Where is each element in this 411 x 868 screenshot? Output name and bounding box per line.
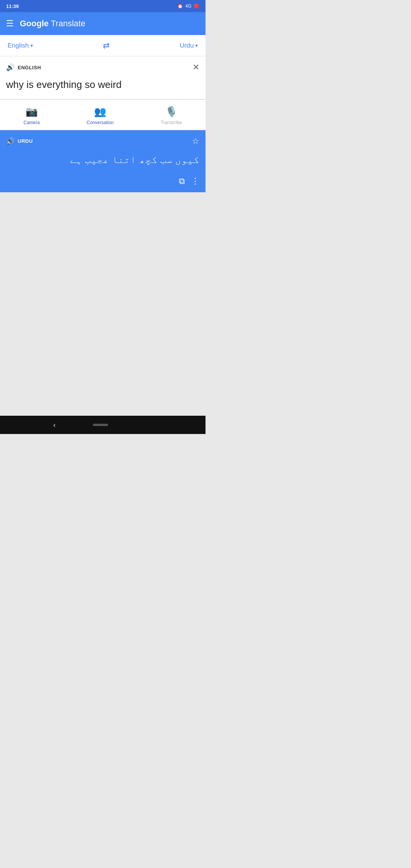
favorite-icon[interactable]: ☆	[192, 136, 199, 146]
translation-lang-row: 🔊 URDU ☆	[6, 136, 199, 146]
input-lang-label: 🔊 ENGLISH	[6, 63, 41, 72]
status-icons: ⏰ 4G 🔴	[177, 3, 199, 9]
action-row: 📷 Camera 👥 Conversation 🎙️ Transcribe	[0, 100, 206, 130]
copy-translation-icon[interactable]: ⧉	[179, 176, 185, 186]
alarm-icon: ⏰	[177, 3, 183, 9]
status-time: 11:39	[6, 3, 19, 9]
hamburger-icon[interactable]: ☰	[6, 19, 14, 29]
camera-label: Camera	[24, 120, 40, 125]
transcribe-icon: 🎙️	[165, 106, 177, 118]
input-lang-row: 🔊 ENGLISH ✕	[6, 62, 199, 72]
translation-language-name: URDU	[18, 138, 33, 144]
input-text[interactable]: why is everything so weird	[6, 77, 199, 96]
nav-bar: ‹	[0, 416, 206, 434]
source-language-select[interactable]: English ▾	[3, 39, 38, 53]
translated-text: کیوں سب کچھ اتنا عجیب ہے	[6, 151, 199, 176]
translation-actions: ⧉ ⋮	[6, 176, 199, 186]
camera-action[interactable]: 📷 Camera	[16, 104, 48, 128]
transcribe-label: Transcribe	[161, 120, 182, 125]
nav-home-pill[interactable]	[93, 424, 108, 426]
clear-input-icon[interactable]: ✕	[193, 62, 199, 72]
swap-languages-icon[interactable]: ⇄	[100, 38, 113, 54]
camera-icon: 📷	[25, 106, 38, 118]
conversation-action[interactable]: 👥 Conversation	[79, 104, 121, 128]
translation-lang-label: 🔊 URDU	[6, 137, 33, 145]
source-language-chevron-icon: ▾	[30, 43, 33, 48]
app-bar: ☰ Google Translate	[0, 12, 206, 35]
target-language-chevron-icon: ▾	[195, 43, 198, 48]
transcribe-action[interactable]: 🎙️ Transcribe	[153, 104, 190, 128]
source-language-label: English	[8, 42, 29, 49]
more-options-icon[interactable]: ⋮	[191, 176, 199, 186]
network-icon: 4G	[185, 3, 191, 9]
google-title: Google	[20, 19, 49, 28]
translation-speaker-icon[interactable]: 🔊	[6, 137, 15, 145]
battery-icon: 🔴	[194, 3, 199, 9]
translation-section: 🔊 URDU ☆ کیوں سب کچھ اتنا عجیب ہے ⧉ ⋮	[0, 130, 206, 192]
input-language-name: ENGLISH	[18, 65, 41, 70]
empty-area	[0, 192, 206, 416]
target-language-label: Urdu	[180, 42, 194, 49]
app-title: Google Translate	[20, 19, 85, 29]
conversation-label: Conversation	[87, 120, 114, 125]
translate-title: Translate	[49, 19, 86, 28]
language-bar: English ▾ ⇄ Urdu ▾	[0, 35, 206, 56]
target-language-select[interactable]: Urdu ▾	[175, 39, 202, 53]
back-button[interactable]: ‹	[53, 421, 56, 429]
status-bar: 11:39 ⏰ 4G 🔴	[0, 0, 206, 12]
input-section: 🔊 ENGLISH ✕ why is everything so weird	[0, 56, 206, 100]
input-speaker-icon[interactable]: 🔊	[6, 63, 15, 72]
conversation-icon: 👥	[94, 106, 106, 118]
